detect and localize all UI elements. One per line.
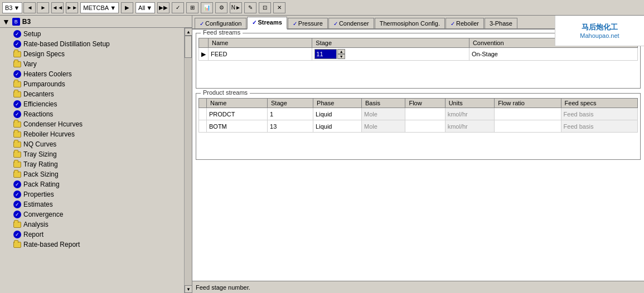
feed-row-stage[interactable]: ▲ ▼ [312, 48, 469, 61]
next-btn[interactable]: ►► [66, 2, 78, 13]
prod-row2-flow[interactable] [405, 120, 445, 133]
feed-stage-spinner: ▲ ▼ [337, 49, 345, 59]
folder-icon [13, 162, 21, 168]
sidebar-item-convergence[interactable]: ✓Convergence [0, 209, 184, 219]
sidebar-item-report[interactable]: ✓Report [0, 229, 184, 240]
sidebar-item-pack-sizing[interactable]: Pack Sizing [0, 169, 184, 179]
sidebar-item-label: Analysis [23, 221, 49, 228]
filter-dropdown[interactable]: All ▼ [135, 2, 155, 13]
close-btn[interactable]: ✕ [273, 2, 285, 13]
sidebar-item-reactions[interactable]: ✓Reactions [0, 109, 184, 119]
check-btn[interactable]: ✓ [172, 2, 184, 13]
nav-back-btn[interactable]: ◄ [23, 2, 36, 13]
sidebar-item-pack-rating[interactable]: ✓Pack Rating [0, 179, 184, 189]
scroll-up-btn[interactable]: ▲ [185, 28, 192, 36]
sidebar-item-label: Convergence [23, 211, 63, 218]
sidebar-item-analysis[interactable]: Analysis [0, 219, 184, 229]
config-check-icon: ✓ [200, 21, 204, 27]
sidebar-item-label: Efficiencies [23, 100, 57, 108]
tab-3phase[interactable]: 3-Phase [485, 18, 517, 28]
sidebar-item-nq-curves[interactable]: NQ Curves [0, 139, 184, 149]
prod-row1-stage[interactable]: 1 [268, 108, 313, 120]
sidebar-item-label: Pumparounds [23, 80, 65, 88]
prod-row2-feed-specs[interactable]: Feed basis [561, 120, 637, 133]
prod-row1-flow-ratio[interactable] [495, 108, 561, 120]
check-icon: ✓ [13, 30, 21, 38]
tab-streams[interactable]: ✓ Streams [247, 17, 287, 30]
sidebar-item-tray-sizing[interactable]: Tray Sizing [0, 149, 184, 159]
logo-subtext: Mahoupao.net [580, 32, 619, 39]
sidebar-item-efficiencies[interactable]: ✓Efficiencies [0, 99, 184, 109]
sidebar-item-label: Estimates [23, 201, 53, 208]
table-row: ▶ FEED ▲ ▼ [199, 48, 638, 61]
sidebar-item-vary[interactable]: Vary [0, 59, 184, 69]
prod-row1-basis[interactable]: Mole [361, 108, 405, 120]
prod-row1-flow[interactable] [405, 108, 445, 120]
sidebar-item-rate-based-report[interactable]: Rate-based Report [0, 240, 184, 250]
check-icon: ✓ [13, 70, 21, 78]
sidebar-item-heaters-coolers[interactable]: ✓Heaters Coolers [0, 69, 184, 79]
select-btn[interactable]: ⊡ [259, 2, 271, 13]
sidebar-item-design-specs[interactable]: Design Specs [0, 49, 184, 59]
cell-ref-dropdown[interactable]: B3 ▼ [2, 2, 22, 13]
prod-row2-phase[interactable]: Liquid [313, 120, 362, 133]
feed-stage-down[interactable]: ▼ [337, 54, 345, 59]
sidebar-item-condenser-hcurves[interactable]: Condenser Hcurves [0, 119, 184, 129]
prev-btn[interactable]: ◄◄ [51, 2, 64, 13]
sidebar-item-label: Tray Rating [23, 160, 58, 168]
prod-row2-name[interactable]: BOTM [207, 120, 268, 133]
tab-thermosiphon[interactable]: Thermosiphon Config. [375, 18, 445, 28]
folder-icon [13, 152, 21, 158]
sidebar-item-label: Rate-based Report [23, 241, 80, 248]
scroll-down-btn[interactable]: ▼ [185, 285, 192, 293]
tab-condenser[interactable]: ✓ Condenser [328, 18, 374, 28]
sidebar-item-properties[interactable]: ✓Properties [0, 189, 184, 199]
prod-row1-feed-specs[interactable]: Feed basis [561, 108, 637, 120]
feed-stage-input[interactable] [314, 49, 337, 59]
prod-row2-basis[interactable]: Mole [361, 120, 405, 133]
tool-arrow: ▼ [110, 4, 116, 11]
feed-row-name[interactable]: FEED [209, 48, 312, 61]
edit-btn[interactable]: ✎ [244, 2, 256, 13]
sidebar-item-decanters[interactable]: Decanters [0, 89, 184, 99]
chart-btn[interactable]: 📊 [201, 2, 213, 13]
scroll-thumb[interactable] [185, 36, 192, 58]
flow-btn[interactable]: N► [230, 2, 242, 13]
feed-stage-up[interactable]: ▲ [337, 49, 345, 54]
fast-fwd-btn[interactable]: ▶▶ [157, 2, 170, 13]
sidebar-item-label: Setup [23, 30, 41, 38]
prod-row1-phase[interactable]: Liquid [313, 108, 362, 120]
tab-thermosiphon-label: Thermosiphon Config. [380, 20, 440, 27]
run-btn[interactable]: ▶ [121, 2, 133, 13]
prod-col-phase: Phase [313, 99, 362, 108]
sidebar-item-pumparounds[interactable]: Pumparounds [0, 79, 184, 89]
prod-row2-stage[interactable]: 13 [268, 120, 313, 133]
sidebar-item-setup[interactable]: ✓Setup [0, 29, 184, 39]
tool-dropdown[interactable]: METCBA ▼ [80, 2, 119, 13]
nav-fwd-btn[interactable]: ► [37, 2, 49, 13]
prod-row1-name[interactable]: PRODCT [207, 108, 268, 120]
folder-icon [13, 131, 21, 138]
sidebar-item-reboiler-hcurves[interactable]: Reboiler Hcurves [0, 129, 184, 139]
tab-reboiler-label: Reboiler [456, 20, 479, 27]
tab-reboiler[interactable]: ✓ Reboiler [446, 18, 484, 28]
logo-text: 马后炮化工 [582, 22, 618, 32]
prod-row2-units[interactable]: kmol/hr [445, 120, 495, 133]
gear-btn[interactable]: ⚙ [215, 2, 227, 13]
sidebar-item-rate-based[interactable]: ✓Rate-based Distillation Setup [0, 39, 184, 49]
tab-pressure[interactable]: ✓ Pressure [288, 18, 328, 28]
sidebar-item-label: Properties [23, 191, 54, 198]
prod-row1-units[interactable]: kmol/hr [445, 108, 495, 120]
check-icon: ✓ [13, 110, 21, 118]
sidebar-item-label: NQ Curves [23, 140, 56, 148]
tree-collapse-btn[interactable]: ▼ [2, 17, 10, 26]
pressure-check-icon: ✓ [293, 21, 297, 27]
sidebar-item-estimates[interactable]: ✓Estimates [0, 199, 184, 209]
prod-row2-flow-ratio[interactable] [495, 120, 561, 133]
feed-row-convention[interactable]: On-Stage [469, 48, 637, 61]
sidebar-item-label: Pack Rating [23, 180, 60, 188]
sidebar-item-tray-rating[interactable]: Tray Rating [0, 159, 184, 169]
tab-configuration[interactable]: ✓ Configuration [195, 18, 246, 28]
table-btn[interactable]: ⊞ [186, 2, 198, 13]
folder-icon [13, 121, 21, 128]
